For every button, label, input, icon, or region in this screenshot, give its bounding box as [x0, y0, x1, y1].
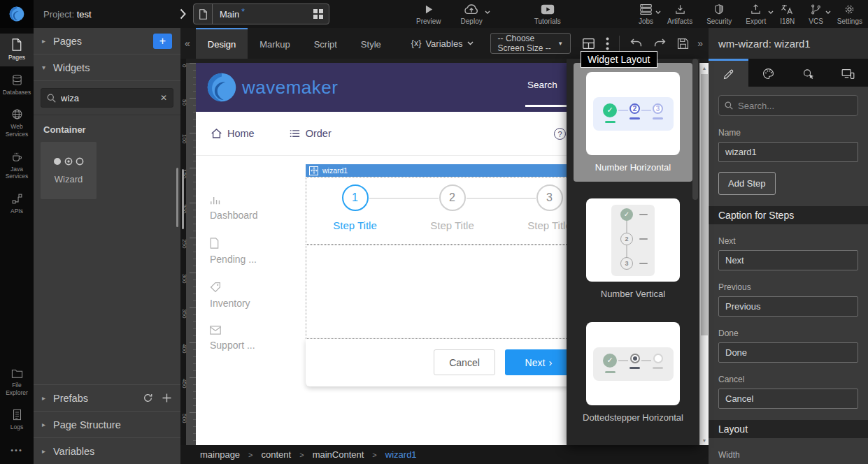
breadcrumb-maincontent[interactable]: mainContent — [313, 449, 364, 460]
save-button[interactable] — [674, 35, 692, 52]
more-options-button[interactable] — [603, 34, 612, 53]
next-chevron-icon: › — [548, 356, 552, 368]
breadcrumb-wizard1[interactable]: wizard1 — [385, 449, 417, 460]
settings-button[interactable]: Settings — [833, 2, 867, 27]
redo-button[interactable] — [650, 35, 669, 52]
menu-scrollbar-thumb[interactable] — [692, 59, 698, 200]
section-prefabs[interactable]: ▸ Prefabs — [34, 384, 180, 411]
jobs-button[interactable]: Jobs — [634, 2, 657, 27]
widget-tile-wizard[interactable]: Wizard — [41, 142, 97, 199]
layout-preview-card: ✓ — [586, 322, 680, 405]
layout-option-number-vertical[interactable]: ✓ 2 3 Number Vertical — [574, 198, 692, 299]
wavemaker-wave-icon — [203, 68, 241, 106]
properties-tabs — [709, 59, 868, 87]
export-button[interactable]: Export — [741, 2, 770, 27]
rail-item-databases[interactable]: Databases — [0, 69, 34, 101]
tab-design[interactable]: Design — [196, 28, 248, 59]
vcs-button[interactable]: VCS — [804, 2, 827, 27]
breadcrumb-mainpage[interactable]: mainpage — [200, 449, 240, 460]
rail-item-apis[interactable]: APIs — [0, 188, 34, 220]
add-prefab-icon[interactable] — [162, 393, 172, 403]
coffee-cup-icon — [11, 151, 23, 163]
wavemaker-logo[interactable] — [0, 0, 34, 28]
name-field[interactable] — [718, 142, 858, 162]
canvas-scrollbar[interactable]: ▲ ▼ — [699, 63, 709, 445]
database-icon — [11, 74, 23, 86]
app-nav-support[interactable]: Support ... — [210, 326, 306, 351]
wizard-next-button[interactable]: Next› — [505, 349, 572, 375]
screen-size-select[interactable]: -- Choose Screen Size -- ▼ — [490, 33, 571, 54]
wizard-step-2[interactable]: 2 Step Title — [404, 182, 501, 231]
done-field[interactable] — [718, 342, 858, 363]
deploy-button[interactable]: Deploy — [457, 2, 487, 27]
properties-search-input[interactable] — [738, 101, 852, 111]
security-button[interactable]: Security — [702, 2, 736, 27]
topbar-run-group: Preview Deploy — [412, 2, 487, 27]
breadcrumb-separator: > — [372, 451, 376, 459]
page-tab-main[interactable]: Main * — [193, 3, 329, 24]
scroll-up-icon[interactable]: ▲ — [700, 63, 709, 73]
expand-panel-icon[interactable]: » — [692, 38, 709, 49]
tab-properties[interactable] — [709, 59, 748, 87]
section-variables[interactable]: ▸ Variables — [34, 437, 180, 464]
undo-button[interactable] — [627, 35, 646, 52]
add-step-button[interactable]: Add Step — [718, 172, 776, 195]
tutorials-button[interactable]: Tutorials — [530, 2, 565, 27]
wizard-cancel-button[interactable]: Cancel — [434, 349, 495, 375]
previous-field[interactable] — [718, 296, 858, 317]
canvas-scrollbar-thumb[interactable] — [701, 74, 708, 335]
clear-search-icon[interactable]: ✕ — [160, 93, 167, 103]
wizard-step-1[interactable]: 1 Step Title — [306, 182, 404, 231]
tab-style[interactable]: Style — [349, 28, 393, 59]
chevron-down-icon — [655, 10, 661, 14]
app-nav-dashboard[interactable]: Dashboard — [210, 195, 306, 221]
layout-option-dottedstepper-horizontal[interactable]: ✓ Dottedstepper Horizontal — [574, 322, 692, 423]
next-field[interactable] — [718, 250, 858, 270]
variables-dropdown[interactable]: {x} Variables — [411, 38, 474, 49]
tab-devices[interactable] — [828, 59, 868, 87]
app-left-nav: Dashboard Pending ... Inventory — [196, 156, 306, 386]
cancel-field[interactable] — [718, 389, 858, 409]
tab-styles[interactable] — [748, 59, 788, 87]
breadcrumb-chevron-icon[interactable] — [180, 8, 186, 20]
center-workspace: « Design Markup Script Style {x} Variabl… — [180, 28, 709, 464]
tab-markup[interactable]: Markup — [248, 28, 301, 59]
move-handle-icon[interactable] — [309, 166, 318, 175]
scroll-down-icon[interactable]: ▼ — [700, 435, 709, 445]
rail-item-file-explorer[interactable]: File Explorer — [0, 363, 34, 401]
collapse-panel-icon[interactable]: « — [180, 38, 196, 49]
rail-item-logs[interactable]: Logs — [0, 404, 34, 436]
section-pages[interactable]: ▸ Pages + — [34, 28, 180, 55]
rail-item-java-services[interactable]: Java Services — [0, 146, 34, 185]
properties-body: Name Add Step Caption for Steps Next Pre… — [709, 87, 868, 464]
git-branch-icon — [810, 3, 822, 15]
nav-order[interactable]: Order — [290, 128, 332, 139]
rail-item-web-services[interactable]: Web Services — [0, 103, 34, 143]
app-nav-pending[interactable]: Pending ... — [210, 238, 306, 265]
help-icon[interactable]: ? — [554, 128, 566, 140]
app-nav-inventory[interactable]: Inventory — [210, 282, 306, 309]
section-page-structure[interactable]: ▸ Page Structure — [34, 411, 180, 437]
check-icon: ✓ — [603, 354, 617, 368]
left-panel-scrollbar[interactable] — [176, 168, 178, 227]
properties-search-box — [718, 95, 858, 116]
rail-more-button[interactable]: ••• — [0, 439, 34, 464]
widget-search-input[interactable] — [61, 93, 155, 103]
i18n-button[interactable]: I18N — [776, 2, 799, 27]
layout-option-number-horizontal[interactable]: ✓ 2 3 Number Horizontal — [574, 63, 692, 182]
header-search-link[interactable]: Search — [527, 80, 557, 90]
widget-layout-button[interactable] — [579, 35, 598, 52]
expanded-arrow-icon: ▾ — [42, 64, 53, 71]
breadcrumb-content[interactable]: content — [262, 449, 292, 460]
rail-item-pages[interactable]: Pages — [0, 34, 34, 66]
section-widgets[interactable]: ▾ Widgets — [34, 55, 180, 81]
tab-script[interactable]: Script — [302, 28, 349, 59]
preview-button[interactable]: Preview — [412, 2, 446, 27]
collapsed-arrow-icon: ▸ — [42, 394, 53, 402]
nav-home[interactable]: Home — [211, 128, 255, 139]
add-page-button[interactable]: + — [153, 34, 172, 49]
tab-events[interactable] — [788, 59, 828, 87]
artifacts-button[interactable]: Artifacts — [663, 2, 697, 27]
pages-grid-icon[interactable] — [313, 9, 323, 19]
refresh-icon[interactable] — [143, 393, 153, 403]
